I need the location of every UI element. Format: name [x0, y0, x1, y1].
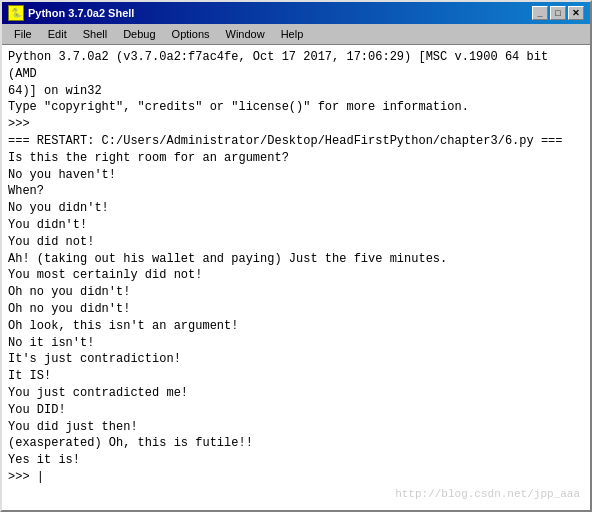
menu-item-options[interactable]: Options	[164, 26, 218, 42]
shell-line: 64)] on win32	[8, 83, 584, 100]
shell-line: You most certainly did not!	[8, 267, 584, 284]
menu-item-window[interactable]: Window	[218, 26, 273, 42]
shell-line: Oh no you didn't!	[8, 284, 584, 301]
shell-line: When?	[8, 183, 584, 200]
shell-line: Oh look, this isn't an argument!	[8, 318, 584, 335]
shell-line: You did just then!	[8, 419, 584, 436]
shell-line: Yes it is!	[8, 452, 584, 469]
shell-lines: Python 3.7.0a2 (v3.7.0a2:f7ac4fe, Oct 17…	[8, 49, 584, 486]
shell-output[interactable]: Python 3.7.0a2 (v3.7.0a2:f7ac4fe, Oct 17…	[2, 45, 590, 510]
title-bar-left: 🐍 Python 3.7.0a2 Shell	[8, 5, 134, 21]
shell-line: It IS!	[8, 368, 584, 385]
title-bar: 🐍 Python 3.7.0a2 Shell _ □ ✕	[2, 2, 590, 24]
shell-line: You just contradicted me!	[8, 385, 584, 402]
shell-line: Is this the right room for an argument?	[8, 150, 584, 167]
shell-line: Ah! (taking out his wallet and paying) J…	[8, 251, 584, 268]
close-button[interactable]: ✕	[568, 6, 584, 20]
shell-line: It's just contradiction!	[8, 351, 584, 368]
window-title: Python 3.7.0a2 Shell	[28, 7, 134, 19]
shell-line: You DID!	[8, 402, 584, 419]
shell-line: You did not!	[8, 234, 584, 251]
shell-wrapper: Python 3.7.0a2 (v3.7.0a2:f7ac4fe, Oct 17…	[2, 45, 590, 510]
shell-line: No it isn't!	[8, 335, 584, 352]
menu-item-debug[interactable]: Debug	[115, 26, 163, 42]
shell-line: Oh no you didn't!	[8, 301, 584, 318]
watermark: http://blog.csdn.net/jpp_aaa	[395, 488, 580, 500]
menu-item-file[interactable]: File	[6, 26, 40, 42]
maximize-button[interactable]: □	[550, 6, 566, 20]
shell-line: (exasperated) Oh, this is futile!!	[8, 435, 584, 452]
shell-line: >>>	[8, 116, 584, 133]
shell-line: No you haven't!	[8, 167, 584, 184]
shell-line: Type "copyright", "credits" or "license(…	[8, 99, 584, 116]
menu-item-edit[interactable]: Edit	[40, 26, 75, 42]
shell-line: >>> |	[8, 469, 584, 486]
menu-bar: FileEditShellDebugOptionsWindowHelp	[2, 24, 590, 45]
shell-line: No you didn't!	[8, 200, 584, 217]
window-controls: _ □ ✕	[532, 6, 584, 20]
shell-line: You didn't!	[8, 217, 584, 234]
menu-item-shell[interactable]: Shell	[75, 26, 115, 42]
minimize-button[interactable]: _	[532, 6, 548, 20]
menu-item-help[interactable]: Help	[273, 26, 312, 42]
main-window: 🐍 Python 3.7.0a2 Shell _ □ ✕ FileEditShe…	[0, 0, 592, 512]
app-icon: 🐍	[8, 5, 24, 21]
shell-line: Python 3.7.0a2 (v3.7.0a2:f7ac4fe, Oct 17…	[8, 49, 584, 83]
shell-line: === RESTART: C:/Users/Administrator/Desk…	[8, 133, 584, 150]
